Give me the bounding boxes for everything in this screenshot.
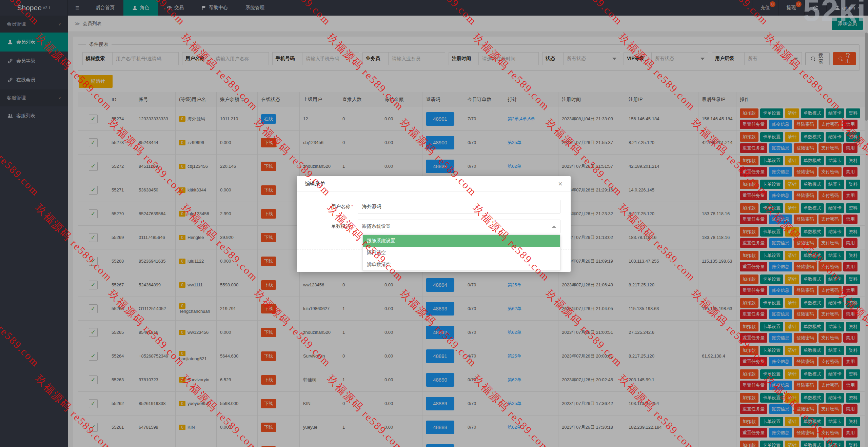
close-icon[interactable]: ×	[558, 180, 563, 188]
username-field-row: 用户名称* 海外源码	[307, 200, 560, 214]
required-asterisk: *	[351, 204, 353, 209]
username-field-label: 用户名称*	[307, 204, 358, 210]
dropdown-option-1[interactable]: 隔日清空	[363, 247, 560, 259]
modal-body: 用户名称* 海外源码 单数模式* 跟随系统设置	[297, 192, 571, 233]
username-input[interactable]: 海外源码	[358, 200, 560, 214]
chevron-up-icon	[552, 225, 556, 228]
dropdown-option-0[interactable]: 跟随系统设置	[363, 235, 560, 247]
order-mode-select[interactable]: 跟随系统设置	[358, 220, 560, 233]
order-mode-dropdown: 跟随系统设置隔日清空满单数清空	[362, 235, 560, 271]
order-mode-field-label: 单数模式*	[307, 223, 358, 229]
dropdown-option-2[interactable]: 满单数清空	[363, 259, 560, 270]
modal-title: 编辑菜单	[305, 181, 325, 187]
required-asterisk: *	[351, 223, 353, 228]
order-mode-field-row: 单数模式* 跟随系统设置	[307, 220, 560, 233]
order-mode-value: 跟随系统设置	[362, 223, 391, 229]
app: Shopee V2.1 ≡ 后台首页角色交易帮助中心系统管理 充值 0 提现 0…	[0, 0, 868, 447]
modal-header: 编辑菜单 ×	[297, 176, 571, 192]
